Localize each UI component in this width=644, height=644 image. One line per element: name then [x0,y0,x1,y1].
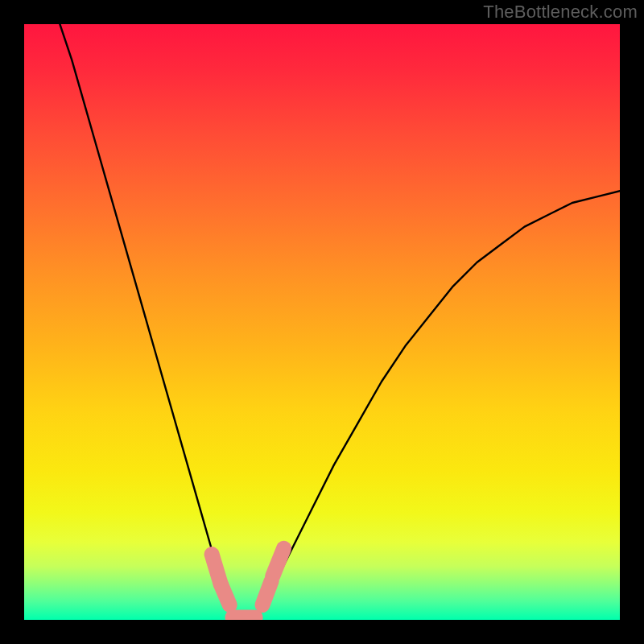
marker-segment [273,548,284,576]
marker-group [212,548,284,617]
chart-frame: TheBottleneck.com [0,0,644,644]
bottleneck-curve [60,24,620,620]
plot-area [24,24,620,620]
watermark-text: TheBottleneck.com [483,2,638,23]
curve-layer [24,24,620,620]
marker-segment [221,584,229,605]
marker-segment [262,581,271,605]
